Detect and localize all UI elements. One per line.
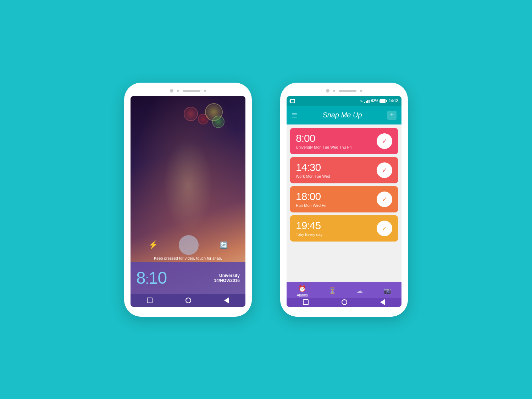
camera-alarm-time: 8:10 xyxy=(136,268,167,288)
nav-tab-icon-tab-cloud: ☁ xyxy=(356,287,363,295)
camera-alarm-info: University 14/NOV/2016 xyxy=(214,273,240,283)
alarm-time-3: 18:00 xyxy=(296,191,377,202)
check-icon-2: ✓ xyxy=(382,166,387,174)
nav-tab-tab-cloud[interactable]: ☁ xyxy=(356,287,363,295)
alarm-toggle-3[interactable]: ✓ xyxy=(377,192,392,207)
phone-speaker-left xyxy=(183,90,200,92)
speaker-dot-left xyxy=(177,90,179,92)
alarm-list: 8:00 University Mon Tue Wed Thu Fri ✓ 14… xyxy=(287,124,401,282)
alarm-item-2[interactable]: 14:30 Work Mon Tue Wed ✓ xyxy=(290,157,398,183)
phone-right: ∿ 92% 14:12 ☰ Snap Me Up + xyxy=(280,83,408,317)
alarm-colon-1: : xyxy=(301,132,304,144)
nav-home-left[interactable] xyxy=(185,298,191,303)
nav-back-right[interactable] xyxy=(380,299,385,305)
speaker-dot2-right xyxy=(360,90,362,92)
nav-tab-tab-timer[interactable]: ⏳ xyxy=(328,287,336,295)
phone-speaker-right xyxy=(339,90,356,92)
alarm-hours-3: 18 xyxy=(296,190,307,202)
nav-back-left[interactable] xyxy=(224,297,229,304)
alarm-hours: 8 xyxy=(136,268,145,287)
alarm-info-2: 14:30 Work Mon Tue Wed xyxy=(296,162,377,178)
camera-viewfinder: ⚡ 🔄 Keep pressed for video, touch for sn… xyxy=(131,96,245,294)
nav-recents-left[interactable] xyxy=(147,298,153,303)
bottom-nav-tabs: ⏰ Alarms ⏳ ☁ 📷 xyxy=(287,282,401,298)
alarm-item-4[interactable]: 19:45 Toby Every day ✓ xyxy=(290,215,398,242)
alarm-toggle-2[interactable]: ✓ xyxy=(377,162,392,178)
alarm-minutes: 10 xyxy=(149,268,167,287)
alarm-minutes-4: 45 xyxy=(310,220,321,231)
alarm-time-4: 19:45 xyxy=(296,220,377,231)
phone-left: ⚡ 🔄 Keep pressed for video, touch for sn… xyxy=(124,83,252,317)
rotate-icon[interactable]: 🔄 xyxy=(220,241,228,249)
phone-top-right xyxy=(287,89,401,93)
signal-bar-3 xyxy=(367,100,368,103)
alarm-hours-4: 19 xyxy=(296,220,307,231)
front-camera-left xyxy=(170,89,173,93)
check-icon-3: ✓ xyxy=(382,195,387,203)
app-title: Snap Me Up xyxy=(322,111,362,119)
alarm-minutes-2: 30 xyxy=(310,161,321,173)
signal-bar-4 xyxy=(368,100,370,103)
status-camera-icon xyxy=(290,99,295,103)
alarm-colon-3: : xyxy=(307,190,309,202)
flash-icon[interactable]: ⚡ xyxy=(148,240,158,250)
alarm-minutes-3: 00 xyxy=(310,190,321,202)
alarm-toggle-4[interactable]: ✓ xyxy=(377,221,392,236)
android-nav-left xyxy=(131,294,245,307)
phone-top-left xyxy=(131,89,245,93)
phone-screen-right: ∿ 92% 14:12 ☰ Snap Me Up + xyxy=(287,96,401,307)
camera-bottom-bar: 8:10 University 14/NOV/2016 xyxy=(131,262,245,294)
nav-home-right[interactable] xyxy=(342,299,347,305)
alarm-info-3: 18:00 Run Mon Wed Fri xyxy=(296,191,377,207)
signal-bar-1 xyxy=(364,102,365,103)
camera-alarm-date: 14/NOV/2016 xyxy=(214,278,240,283)
alarm-hours-2: 14 xyxy=(296,161,307,173)
hamburger-menu[interactable]: ☰ xyxy=(292,111,297,119)
alarm-colon-4: : xyxy=(307,220,309,231)
alarm-colon-2: : xyxy=(307,161,309,173)
alarm-label-4: Toby Every day xyxy=(296,232,377,237)
alarm-label-2: Work Mon Tue Wed xyxy=(296,174,377,178)
alarm-time-2: 14:30 xyxy=(296,162,377,173)
camera-alarm-name: University xyxy=(214,273,240,278)
android-nav-right xyxy=(287,298,401,307)
speaker-dot-right xyxy=(333,90,335,92)
nav-recents-right[interactable] xyxy=(303,299,309,305)
check-icon-1: ✓ xyxy=(382,137,387,145)
add-icon: + xyxy=(390,111,394,119)
status-right: ∿ 92% 14:12 xyxy=(360,99,398,103)
nav-tab-label-tab-alarms: Alarms xyxy=(297,293,308,297)
signal-bars xyxy=(364,99,370,103)
alarm-toggle-1[interactable]: ✓ xyxy=(377,133,392,149)
alarm-label-3: Run Mon Wed Fri xyxy=(296,203,377,207)
alarm-item-1[interactable]: 8:00 University Mon Tue Wed Thu Fri ✓ xyxy=(290,128,398,154)
front-camera-right xyxy=(326,89,329,93)
nav-tab-icon-tab-alarms: ⏰ xyxy=(298,285,306,293)
nav-tab-icon-tab-camera: 📷 xyxy=(383,287,391,295)
signal-bar-2 xyxy=(366,101,367,103)
bottom-navigation: ⏰ Alarms ⏳ ☁ 📷 xyxy=(287,282,401,307)
alarm-hours-1: 8 xyxy=(296,132,301,144)
status-left xyxy=(290,99,295,103)
capture-button[interactable] xyxy=(179,235,199,255)
alarm-label-1: University Mon Tue Wed Thu Fri xyxy=(296,145,377,149)
nav-tab-icon-tab-timer: ⏳ xyxy=(328,287,336,295)
status-time: 14:12 xyxy=(389,99,398,103)
nav-tab-tab-alarms[interactable]: ⏰ Alarms xyxy=(297,285,308,297)
add-alarm-button[interactable]: + xyxy=(387,111,397,120)
speaker-dot2-left xyxy=(204,90,206,92)
alarm-info-1: 8:00 University Mon Tue Wed Thu Fri xyxy=(296,133,377,149)
battery-icon xyxy=(379,99,387,103)
camera-controls: ⚡ 🔄 xyxy=(131,235,245,255)
alarm-item-3[interactable]: 18:00 Run Mon Wed Fri ✓ xyxy=(290,186,398,212)
app-header: ☰ Snap Me Up + xyxy=(287,106,401,124)
nav-tab-tab-camera[interactable]: 📷 xyxy=(383,287,391,295)
phone-screen-left: ⚡ 🔄 Keep pressed for video, touch for sn… xyxy=(131,96,245,307)
wifi-icon: ∿ xyxy=(360,99,363,103)
camera-hint-text: Keep pressed for video, touch for snap. xyxy=(131,256,245,260)
alarm-time-1: 8:00 xyxy=(296,133,377,144)
battery-percent: 92% xyxy=(371,99,378,103)
status-bar: ∿ 92% 14:12 xyxy=(287,96,401,106)
alarm-minutes-1: 00 xyxy=(304,132,315,144)
alarm-info-4: 19:45 Toby Every day xyxy=(296,220,377,237)
